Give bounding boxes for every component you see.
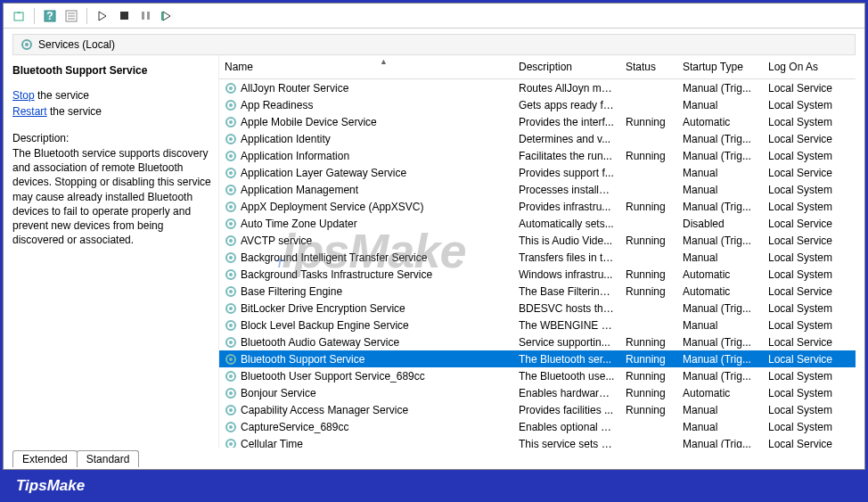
tab-standard[interactable]: Standard <box>77 450 140 467</box>
col-status[interactable]: Status <box>620 61 677 73</box>
restart-link[interactable]: Restart <box>12 105 47 118</box>
service-logon: Local System <box>763 370 845 383</box>
pause-service-icon[interactable] <box>135 6 155 26</box>
service-name: Cellular Time <box>241 438 303 449</box>
gear-icon <box>225 268 237 281</box>
col-startup[interactable]: Startup Type <box>677 61 763 73</box>
svg-point-34 <box>229 256 233 259</box>
view-header: Services (Local) <box>12 34 856 55</box>
stop-service-icon[interactable] <box>114 6 134 26</box>
svg-point-32 <box>229 239 233 243</box>
svg-point-24 <box>229 171 233 175</box>
tab-extended[interactable]: Extended <box>12 450 78 467</box>
service-logon: Local System <box>763 302 845 315</box>
start-service-icon[interactable] <box>93 6 112 26</box>
svg-point-38 <box>229 290 233 293</box>
service-row[interactable]: CaptureService_689ccEnables optional s..… <box>219 418 856 435</box>
column-headers: ▲ Name Description Status Startup Type L… <box>219 55 856 79</box>
service-row[interactable]: AVCTP serviceThis is Audio Vide...Runnin… <box>219 232 856 249</box>
service-name: BitLocker Drive Encryption Service <box>241 302 405 315</box>
service-row[interactable]: Application ManagementProcesses installa… <box>219 181 856 198</box>
service-desc: The WBENGINE se... <box>513 319 620 332</box>
service-desc: This service sets ti... <box>513 438 620 449</box>
svg-text:?: ? <box>46 10 53 22</box>
service-logon: Local Service <box>763 167 845 179</box>
service-row[interactable]: Application Layer Gateway ServiceProvide… <box>219 164 856 181</box>
col-description[interactable]: Description <box>513 61 620 73</box>
service-row[interactable]: App ReadinessGets apps ready fo...Manual… <box>219 96 856 113</box>
service-status: Running <box>620 336 677 349</box>
service-desc: This is Audio Vide... <box>513 235 620 247</box>
service-startup: Automatic <box>677 285 763 298</box>
service-rows[interactable]: AllJoyn Router ServiceRoutes AllJoyn me.… <box>219 79 856 448</box>
svg-point-30 <box>229 222 233 226</box>
service-startup: Automatic <box>677 387 763 399</box>
service-desc: Windows infrastru... <box>513 268 620 281</box>
service-row[interactable]: AppX Deployment Service (AppXSVC)Provide… <box>219 198 856 215</box>
service-name: Auto Time Zone Updater <box>241 218 357 230</box>
service-logon: Local System <box>763 421 845 433</box>
service-row[interactable]: Application InformationFacilitates the r… <box>219 147 856 164</box>
services-icon <box>20 38 33 51</box>
service-row[interactable]: Bluetooth Support ServiceThe Bluetooth s… <box>219 350 856 367</box>
svg-rect-10 <box>161 12 163 21</box>
service-row[interactable]: Bluetooth User Support Service_689ccThe … <box>219 367 856 384</box>
svg-point-52 <box>229 408 233 412</box>
toolbar-separator <box>34 8 35 24</box>
service-row[interactable]: Background Intelligent Transfer ServiceT… <box>219 249 856 266</box>
service-row[interactable]: Cellular TimeThis service sets ti...Manu… <box>219 435 856 448</box>
service-row[interactable]: Block Level Backup Engine ServiceThe WBE… <box>219 317 856 333</box>
service-logon: Local Service <box>763 353 845 366</box>
gear-icon <box>225 218 237 230</box>
gear-icon <box>225 184 237 196</box>
detail-pane: Bluetooth Support Service Stop the servi… <box>12 55 219 448</box>
svg-point-20 <box>229 137 233 141</box>
help-icon[interactable]: ? <box>40 6 60 26</box>
svg-point-16 <box>229 103 233 107</box>
service-status: Running <box>620 353 677 366</box>
stop-link[interactable]: Stop <box>12 89 35 102</box>
service-desc: Enables optional s... <box>513 421 620 433</box>
service-desc: Facilitates the run... <box>513 150 620 162</box>
service-startup: Manual (Trig... <box>677 353 763 366</box>
service-row[interactable]: Background Tasks Infrastructure ServiceW… <box>219 266 856 283</box>
service-startup: Manual (Trig... <box>677 82 763 95</box>
service-status: Running <box>620 116 677 128</box>
service-name: Application Layer Gateway Service <box>241 167 406 179</box>
service-row[interactable]: Base Filtering EngineThe Base Filtering … <box>219 283 856 300</box>
properties-icon[interactable] <box>61 6 81 26</box>
service-status: Running <box>620 201 677 213</box>
service-name: AppX Deployment Service (AppXSVC) <box>241 201 423 213</box>
svg-point-44 <box>229 341 233 344</box>
service-status: Running <box>620 235 677 247</box>
export-icon[interactable] <box>9 6 29 26</box>
service-name: Bluetooth Audio Gateway Service <box>241 336 399 349</box>
service-row[interactable]: AllJoyn Router ServiceRoutes AllJoyn me.… <box>219 79 856 96</box>
gear-icon <box>225 235 237 247</box>
service-name: Base Filtering Engine <box>241 285 342 298</box>
service-startup: Manual (Trig... <box>677 370 763 383</box>
service-logon: Local Service <box>763 218 845 230</box>
service-row[interactable]: Application IdentityDetermines and v...M… <box>219 130 856 147</box>
service-row[interactable]: Bluetooth Audio Gateway ServiceService s… <box>219 333 856 350</box>
svg-rect-8 <box>142 12 144 20</box>
service-row[interactable]: Capability Access Manager ServiceProvide… <box>219 401 856 418</box>
service-startup: Manual <box>677 404 763 416</box>
service-desc: Processes installat... <box>513 184 620 196</box>
service-logon: Local System <box>763 387 845 399</box>
service-row[interactable]: Bonjour ServiceEnables hardware ...Runni… <box>219 384 856 401</box>
gear-icon <box>225 302 237 315</box>
col-name[interactable]: Name <box>219 61 513 73</box>
service-name: Block Level Backup Engine Service <box>241 319 409 332</box>
service-startup: Manual (Trig... <box>677 302 763 315</box>
col-logon[interactable]: Log On As <box>763 61 845 73</box>
service-name: AVCTP service <box>241 235 312 247</box>
gear-icon <box>225 201 237 213</box>
service-row[interactable]: Apple Mobile Device ServiceProvides the … <box>219 113 856 130</box>
service-row[interactable]: BitLocker Drive Encryption ServiceBDESVC… <box>219 300 856 317</box>
service-row[interactable]: Auto Time Zone UpdaterAutomatically sets… <box>219 215 856 232</box>
service-desc: Routes AllJoyn me... <box>513 82 620 95</box>
gear-icon <box>225 353 237 366</box>
service-name: Bonjour Service <box>241 387 316 399</box>
restart-service-icon[interactable] <box>157 6 176 26</box>
